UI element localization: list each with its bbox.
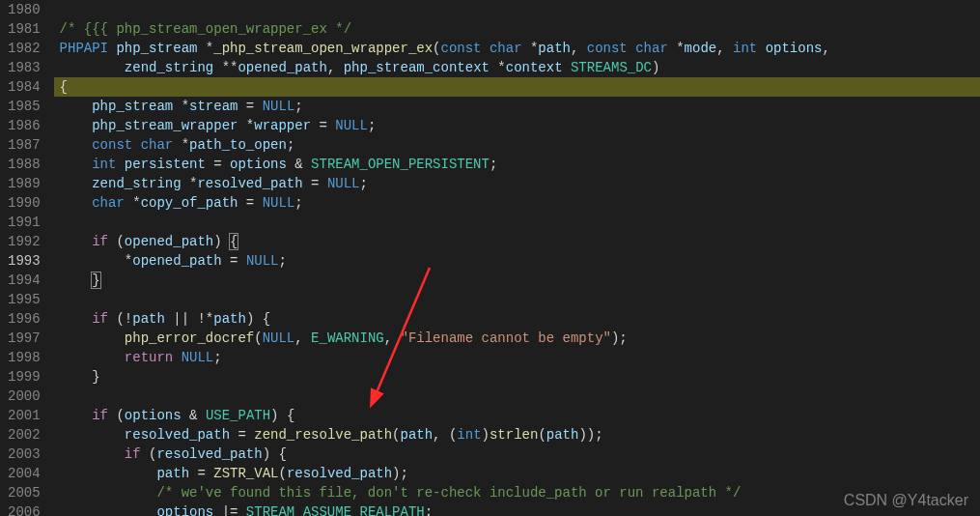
- line-number[interactable]: 1994: [8, 271, 41, 290]
- line-number[interactable]: 2005: [8, 483, 41, 502]
- line-number[interactable]: 1985: [8, 97, 41, 116]
- line-number[interactable]: 1986: [8, 116, 41, 135]
- line-number[interactable]: 2002: [8, 425, 41, 444]
- code-line[interactable]: /* we've found this file, don't re-check…: [54, 483, 980, 502]
- code-line[interactable]: }: [54, 367, 980, 387]
- code-line[interactable]: options |= STREAM_ASSUME_REALPATH;: [54, 502, 980, 516]
- code-line[interactable]: php_stream *stream = NULL;: [54, 97, 980, 116]
- line-number[interactable]: 1987: [8, 135, 41, 155]
- code-line[interactable]: zend_string **opened_path, php_stream_co…: [54, 58, 980, 77]
- line-number[interactable]: 1989: [8, 174, 41, 193]
- code-line[interactable]: [54, 387, 980, 406]
- code-line[interactable]: path = ZSTR_VAL(resolved_path);: [54, 464, 980, 483]
- line-number[interactable]: 1983: [8, 58, 41, 77]
- line-number[interactable]: 2006: [8, 502, 41, 516]
- code-line[interactable]: php_stream_wrapper *wrapper = NULL;: [54, 116, 980, 135]
- line-number[interactable]: 1988: [8, 155, 41, 174]
- code-line[interactable]: int persistent = options & STREAM_OPEN_P…: [54, 155, 980, 174]
- line-number[interactable]: 1991: [8, 213, 41, 232]
- code-line[interactable]: PHPAPI php_stream *_php_stream_open_wrap…: [54, 39, 980, 58]
- line-number[interactable]: 1984: [8, 77, 41, 97]
- code-line[interactable]: *opened_path = NULL;: [54, 251, 980, 271]
- code-line[interactable]: char *copy_of_path = NULL;: [54, 193, 980, 213]
- code-line[interactable]: const char *path_to_open;: [54, 135, 980, 155]
- line-number[interactable]: 2003: [8, 444, 41, 464]
- code-line[interactable]: /* {{{ php_stream_open_wrapper_ex */: [54, 19, 980, 39]
- line-number[interactable]: 1992: [8, 232, 41, 251]
- line-number[interactable]: 1995: [8, 290, 41, 309]
- code-line[interactable]: if (opened_path) {: [54, 232, 980, 251]
- code-line[interactable]: }: [54, 271, 980, 290]
- code-line[interactable]: resolved_path = zend_resolve_path(path, …: [54, 425, 980, 444]
- line-number[interactable]: 1998: [8, 348, 41, 367]
- code-line[interactable]: [54, 0, 980, 19]
- code-editor[interactable]: 1980198119821983198419851986198719881989…: [0, 0, 980, 516]
- code-line[interactable]: zend_string *resolved_path = NULL;: [54, 174, 980, 193]
- line-number[interactable]: 1982: [8, 39, 41, 58]
- line-number[interactable]: 2000: [8, 387, 41, 406]
- line-number[interactable]: 1996: [8, 309, 41, 329]
- code-line[interactable]: [54, 213, 980, 232]
- line-number[interactable]: 1980: [8, 0, 41, 19]
- code-line[interactable]: if (resolved_path) {: [54, 444, 980, 464]
- line-number[interactable]: 1997: [8, 329, 41, 348]
- line-number[interactable]: 1990: [8, 193, 41, 213]
- line-number[interactable]: 1993: [8, 251, 41, 271]
- line-number-gutter[interactable]: 1980198119821983198419851986198719881989…: [0, 0, 54, 516]
- line-number[interactable]: 1999: [8, 367, 41, 387]
- code-line[interactable]: if (!path || !*path) {: [54, 309, 980, 329]
- line-number[interactable]: 1981: [8, 19, 41, 39]
- code-line[interactable]: if (options & USE_PATH) {: [54, 406, 980, 425]
- watermark-text: CSDN @Y4tacker: [844, 491, 968, 510]
- code-line[interactable]: php_error_docref(NULL, E_WARNING, "Filen…: [54, 329, 980, 348]
- code-line[interactable]: [54, 290, 980, 309]
- code-line[interactable]: {: [54, 77, 980, 97]
- code-area[interactable]: /* {{{ php_stream_open_wrapper_ex */PHPA…: [54, 0, 980, 516]
- line-number[interactable]: 2001: [8, 406, 41, 425]
- line-number[interactable]: 2004: [8, 464, 41, 483]
- code-line[interactable]: return NULL;: [54, 348, 980, 367]
